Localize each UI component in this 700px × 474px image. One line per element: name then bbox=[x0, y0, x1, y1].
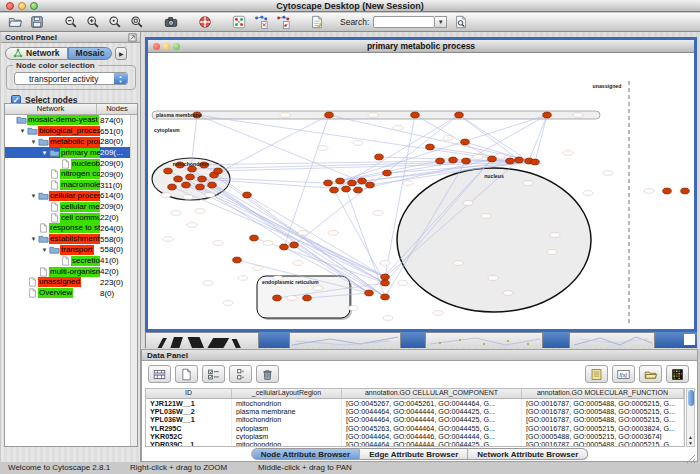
table-row[interactable]: YPL036W__1mitochondrion[GO:0044464, GO:0… bbox=[146, 415, 684, 423]
background-window-edge[interactable] bbox=[259, 332, 289, 348]
annotation-button[interactable] bbox=[308, 15, 326, 30]
table-scrollbar[interactable]: ▲▼ bbox=[686, 388, 695, 447]
network-node bbox=[381, 294, 390, 300]
table-row[interactable]: YLR295Ccytoplasm[GO:0045263, GO:0044464,… bbox=[146, 424, 684, 432]
select-stepper-icon: ▲▼ bbox=[114, 73, 127, 84]
import-attributes-button[interactable] bbox=[639, 365, 662, 383]
disclosure-triangle-icon[interactable]: ▼ bbox=[40, 150, 49, 156]
tab-node-attribute-browser[interactable]: Node Attribute Browser bbox=[251, 448, 361, 460]
tree-scrollbar[interactable] bbox=[130, 115, 137, 446]
tree-row[interactable]: ▼transport558(0) bbox=[5, 245, 137, 256]
network-node bbox=[342, 186, 351, 192]
tree-row[interactable]: unassigned223(0) bbox=[5, 277, 137, 288]
column-header-network[interactable]: Network bbox=[5, 104, 97, 114]
tree-row[interactable]: ▼metabolic process280(0) bbox=[5, 137, 137, 148]
search-input[interactable] bbox=[373, 16, 435, 28]
disclosure-triangle-icon[interactable]: ▼ bbox=[29, 139, 38, 145]
data-panel: Data Panel f(x) ID_cellularLayoutRegiona… bbox=[141, 349, 698, 462]
tree-row[interactable]: ▼cellular process614(0) bbox=[5, 191, 137, 202]
column-header[interactable]: ID bbox=[146, 389, 232, 398]
network-window-bottom-edge[interactable] bbox=[655, 332, 697, 348]
tab-network-attribute-browser[interactable]: Network Attribute Browser bbox=[468, 448, 588, 460]
tree-row[interactable]: nucleobase-209(0) bbox=[5, 158, 137, 169]
attribute-matrix-button[interactable] bbox=[148, 365, 171, 383]
layout-button-1[interactable] bbox=[252, 15, 270, 30]
node-label-pill bbox=[287, 296, 297, 301]
zoom-out-button[interactable] bbox=[62, 15, 80, 30]
table-cell: YDR039C__1 bbox=[146, 440, 232, 447]
tab-network[interactable]: Network bbox=[5, 47, 68, 60]
column-header[interactable]: annotation.GO MOLECULAR_FUNCTION bbox=[522, 389, 684, 398]
background-window-thumbnail[interactable] bbox=[289, 332, 401, 348]
background-window-edge[interactable] bbox=[543, 332, 569, 348]
node-label-pill bbox=[203, 281, 213, 286]
disclosure-triangle-icon[interactable]: ▼ bbox=[18, 128, 27, 134]
tree-row[interactable]: multi-organism pro42(0) bbox=[5, 266, 137, 277]
background-window-thumbnail[interactable] bbox=[145, 332, 259, 348]
background-window-thumbnail[interactable] bbox=[569, 332, 655, 348]
float-panel-icon[interactable] bbox=[128, 33, 137, 42]
control-panel: Control Panel Network Mosaic ▶ Node colo… bbox=[1, 32, 141, 462]
node-label-pill bbox=[328, 231, 338, 236]
heatmap-button[interactable] bbox=[666, 365, 689, 383]
background-window-edge[interactable] bbox=[401, 332, 425, 348]
tree-row[interactable]: ▼biological_process651(0) bbox=[5, 126, 137, 137]
table-row[interactable]: YPL036W__2plasma membrane[GO:0044464, GO… bbox=[146, 407, 684, 415]
scrollbar-thumb[interactable] bbox=[688, 390, 694, 406]
scrollbar-arrows-icon[interactable]: ▲▼ bbox=[687, 434, 694, 446]
tree-row[interactable]: cell communicat22(0) bbox=[5, 212, 137, 223]
tree-row[interactable]: ▼primary metabo209(... bbox=[5, 147, 137, 158]
tree-row[interactable]: cellular metabo209(0) bbox=[5, 201, 137, 212]
table-row[interactable]: YJR121W__1mitochondrion[GO:0045267, GO:0… bbox=[146, 399, 684, 407]
disclosure-triangle-icon[interactable]: ▼ bbox=[29, 193, 38, 199]
background-window-thumbnail[interactable] bbox=[425, 332, 543, 348]
layout-button-2[interactable] bbox=[274, 15, 292, 30]
tree-row[interactable]: ▼establishment of lo558(0) bbox=[5, 234, 137, 245]
function-builder-button[interactable]: f(x) bbox=[612, 365, 635, 383]
column-header[interactable]: annotation.GO CELLULAR_COMPONENT bbox=[342, 389, 522, 398]
network-window-titlebar[interactable]: primary metabolic process bbox=[148, 40, 694, 53]
tree-row[interactable]: Overview8(0) bbox=[5, 288, 137, 299]
network-node bbox=[381, 274, 390, 280]
tab-edge-attribute-browser[interactable]: Edge Attribute Browser bbox=[360, 448, 468, 460]
node-label-pill bbox=[313, 286, 323, 291]
tree-row-label: nitrogen compo bbox=[60, 169, 100, 179]
network-node bbox=[243, 192, 252, 198]
create-network-button[interactable] bbox=[230, 15, 248, 30]
delete-attribute-button[interactable] bbox=[256, 365, 279, 383]
column-header[interactable]: _cellularLayoutRegion bbox=[232, 389, 342, 398]
column-header-nodes[interactable]: Nodes bbox=[97, 104, 137, 114]
network-node bbox=[290, 242, 299, 248]
tabs-overflow-button[interactable]: ▶ bbox=[115, 47, 127, 60]
search-dropdown-button[interactable]: ▼ bbox=[435, 16, 447, 28]
network-canvas[interactable]: plasma membranecytoplasmmitochondrionnuc… bbox=[148, 53, 694, 329]
new-attribute-button[interactable] bbox=[175, 365, 198, 383]
zoom-selected-button[interactable] bbox=[106, 15, 124, 30]
zoom-fit-button[interactable] bbox=[128, 15, 146, 30]
notes-button[interactable] bbox=[585, 365, 608, 383]
snapshot-button[interactable] bbox=[162, 15, 180, 30]
data-panel-grip-icon[interactable] bbox=[686, 450, 696, 460]
node-color-select[interactable]: transporter activity ▲▼ bbox=[14, 72, 128, 85]
resize-grip-icon[interactable] bbox=[684, 334, 695, 345]
help-button[interactable] bbox=[196, 15, 214, 30]
data-panel-body: f(x) ID_cellularLayoutRegionannotation.G… bbox=[141, 361, 698, 462]
disclosure-triangle-icon[interactable]: ▼ bbox=[40, 247, 49, 253]
advanced-search-button[interactable] bbox=[452, 15, 470, 30]
table-row[interactable]: YDR039C__1mitochondrion[GO:0044464, GO:0… bbox=[146, 440, 684, 447]
tab-mosaic[interactable]: Mosaic bbox=[68, 47, 113, 60]
table-row[interactable]: YKR052Ccytoplasm[GO:0044464, GO:0044446,… bbox=[146, 432, 684, 440]
attribute-table: ID_cellularLayoutRegionannotation.GO CEL… bbox=[145, 388, 685, 447]
zoom-in-button[interactable] bbox=[84, 15, 102, 30]
tree-row[interactable]: secretion41(0) bbox=[5, 255, 137, 266]
tree-row[interactable]: response to stimulu264(0) bbox=[5, 223, 137, 234]
select-attributes-button[interactable] bbox=[202, 365, 225, 383]
tree-row[interactable]: nitrogen compo209(0) bbox=[5, 169, 137, 180]
disclosure-triangle-icon[interactable]: ▼ bbox=[29, 236, 38, 242]
tree-row[interactable]: macromolecule311(0) bbox=[5, 180, 137, 191]
node-label-pill bbox=[523, 181, 533, 186]
open-button[interactable] bbox=[6, 15, 24, 30]
tree-row[interactable]: mosaic-demo-yeast874(0) bbox=[5, 115, 137, 126]
attribute-list-button[interactable] bbox=[229, 365, 252, 383]
save-button[interactable] bbox=[28, 15, 46, 30]
